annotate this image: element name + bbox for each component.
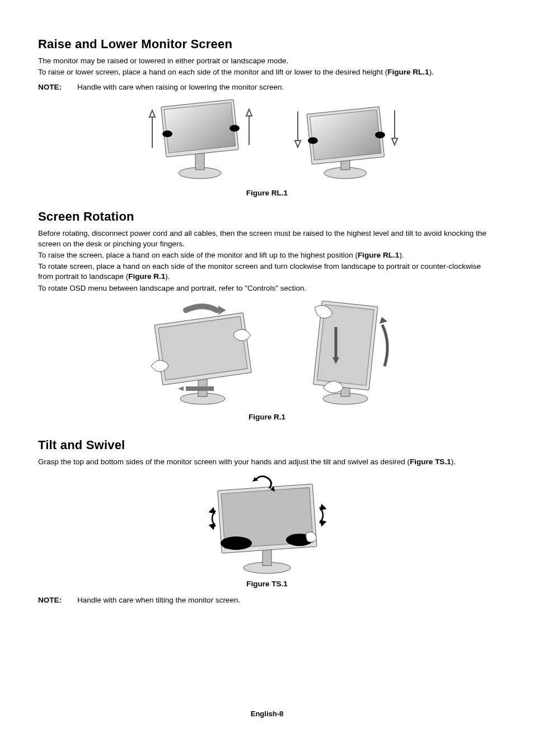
rotation-text-1: Before rotating, disconnect power cord a… xyxy=(38,228,496,249)
figure-ts1: Figure TS.1 xyxy=(38,472,496,588)
svg-point-4 xyxy=(162,130,172,137)
monitor-tilt-swivel-illustration xyxy=(194,472,340,575)
monitor-rotation-illustration xyxy=(121,299,413,408)
heading-tilt-swivel: Tilt and Swivel xyxy=(38,438,496,452)
svg-point-11 xyxy=(375,132,385,138)
svg-point-5 xyxy=(229,125,240,132)
figure-rl1-caption: Figure RL.1 xyxy=(38,189,496,197)
figure-r1: Figure R.1 xyxy=(38,299,496,421)
note-row-tilt: NOTE: Handle with care when tilting the … xyxy=(38,596,496,604)
figure-ts1-caption: Figure TS.1 xyxy=(38,580,496,588)
svg-point-10 xyxy=(308,137,318,144)
rotation-text-4: To rotate OSD menu between landscape and… xyxy=(38,283,496,293)
figure-r1-caption: Figure R.1 xyxy=(38,413,496,421)
figure-rl1: Figure RL.1 xyxy=(38,95,496,197)
heading-screen-rotation: Screen Rotation xyxy=(38,209,496,224)
svg-rect-21 xyxy=(263,549,271,566)
svg-rect-15 xyxy=(158,316,248,380)
svg-rect-9 xyxy=(310,110,381,160)
tilt-text-1: Grasp the top and bottom sides of the mo… xyxy=(38,457,496,467)
monitor-raise-lower-illustration xyxy=(121,95,413,184)
raise-lower-text-1: The monitor may be raised or lowered in … xyxy=(38,56,496,66)
note-text: Handle with care when tilting the monito… xyxy=(77,596,240,604)
note-label: NOTE: xyxy=(38,83,77,91)
page-footer: English-8 xyxy=(0,710,534,718)
svg-rect-3 xyxy=(164,102,235,153)
note-row-raise-lower: NOTE: Handle with care when raising or l… xyxy=(38,83,496,91)
raise-lower-text-2: To raise or lower screen, place a hand o… xyxy=(38,67,496,77)
note-text: Handle with care when raising or lowerin… xyxy=(77,83,284,91)
heading-raise-lower: Raise and Lower Monitor Screen xyxy=(38,37,496,52)
rotation-text-2: To raise the screen, place a hand on eac… xyxy=(38,250,496,260)
rotation-text-3: To rotate screen, place a hand on each s… xyxy=(38,262,496,282)
svg-point-24 xyxy=(221,536,252,550)
note-label: NOTE: xyxy=(38,596,77,604)
